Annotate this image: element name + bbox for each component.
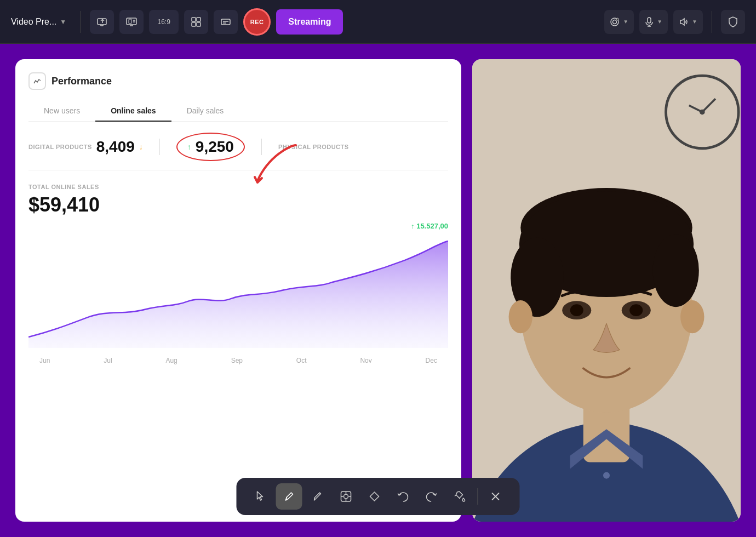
tab-online-sales[interactable]: Online sales <box>95 101 171 122</box>
svg-point-39 <box>344 494 348 499</box>
digital-arrow: ↓ <box>139 142 143 151</box>
undo-button[interactable] <box>390 483 416 510</box>
mic-control[interactable]: ▼ <box>639 10 668 34</box>
svg-point-14 <box>616 18 618 20</box>
highlighted-arrow: ↑ <box>187 142 191 151</box>
screen-share-button[interactable] <box>90 10 114 34</box>
caption-button[interactable] <box>214 10 238 34</box>
metric-divider-2 <box>261 139 262 155</box>
redo-button[interactable] <box>419 483 445 510</box>
title-chevron: ▼ <box>60 18 66 26</box>
monitor-icon <box>126 16 137 27</box>
screen-share-icon <box>96 16 107 27</box>
title-text: Video Pre... <box>11 17 56 27</box>
x-axis-labels: Jun Jul Aug Sep Oct Nov Dec <box>28 357 448 364</box>
shield-button[interactable] <box>721 10 745 34</box>
svg-rect-7 <box>192 22 196 26</box>
bottom-toolbar <box>237 478 520 515</box>
shield-icon <box>727 16 739 28</box>
digital-label: DIGITAL PRODUCTS <box>28 144 92 150</box>
rec-button[interactable]: REC <box>243 8 271 36</box>
chart-fill <box>28 241 448 348</box>
svg-point-36 <box>603 472 610 479</box>
bottom-divider <box>478 488 478 505</box>
pencil-tool-button[interactable] <box>305 483 331 510</box>
chart-icon <box>33 77 42 85</box>
panel-title: Performance <box>51 76 112 87</box>
person-video <box>472 59 741 522</box>
video-panel <box>472 59 741 522</box>
total-value: $59,410 <box>28 193 448 216</box>
divider-1 <box>81 11 81 33</box>
tab-new-users[interactable]: New users <box>28 101 95 122</box>
fill-icon <box>454 490 466 502</box>
tab-daily-sales[interactable]: Daily sales <box>171 101 239 122</box>
aspect-ratio-button[interactable]: 16:9 <box>149 10 179 34</box>
cursor-icon <box>255 490 266 502</box>
dashboard-panel: Performance New users Online sales Daily… <box>15 59 461 522</box>
aspect-ratio-label: 16:9 <box>158 18 170 26</box>
svg-rect-15 <box>648 18 651 23</box>
fill-tool-button[interactable] <box>447 483 473 510</box>
speaker-chevron: ▼ <box>692 19 697 25</box>
panel-header: Performance <box>28 72 448 90</box>
capture-icon <box>340 490 352 502</box>
svg-rect-8 <box>197 22 201 26</box>
svg-point-35 <box>680 300 704 333</box>
panel-icon <box>28 72 46 90</box>
highlighted-value: 9,250 <box>196 138 234 156</box>
camera-control[interactable]: ▼ <box>604 10 634 34</box>
chart-legend: ↑ 15.527,00 <box>411 222 448 230</box>
metric-divider <box>159 139 160 155</box>
svg-point-29 <box>652 235 698 307</box>
svg-point-33 <box>629 304 643 316</box>
digital-products-metric: DIGITAL PRODUCTS 8,409 ↓ <box>28 138 143 156</box>
close-icon <box>490 491 501 502</box>
main-area: Performance New users Online sales Daily… <box>0 44 756 537</box>
svg-point-12 <box>613 20 617 24</box>
divider-2 <box>712 11 712 33</box>
rec-label: REC <box>250 19 264 25</box>
camera-chevron: ▼ <box>623 19 628 25</box>
close-toolbar-button[interactable] <box>483 483 509 510</box>
streaming-button[interactable]: Streaming <box>276 9 343 35</box>
redo-icon <box>426 491 438 502</box>
svg-point-32 <box>570 304 583 316</box>
svg-point-34 <box>509 300 532 333</box>
physical-label: PHYSICAL PRODUCTS <box>278 144 349 150</box>
mic-chevron: ▼ <box>657 19 662 25</box>
top-toolbar: Video Pre... ▼ 16:9 <box>0 0 756 44</box>
speaker-icon <box>679 17 689 27</box>
grid-button[interactable] <box>184 10 208 34</box>
diamond-tool-button[interactable] <box>362 483 388 510</box>
highlighted-metric: ↑ 9,250 <box>176 133 245 161</box>
metrics-row: DIGITAL PRODUCTS 8,409 ↓ ↑ 9,250 PHYSICA… <box>28 133 448 170</box>
total-sales-section: TOTAL ONLINE SALES $59,410 <box>28 184 448 216</box>
line-chart <box>28 238 448 348</box>
tabs-row: New users Online sales Daily sales <box>28 101 448 122</box>
digital-value: 8,409 <box>96 138 135 156</box>
mic-icon <box>645 17 654 27</box>
chart-container: ↑ 15.527,00 Jun Jul <box>28 222 448 364</box>
pen-icon <box>284 490 295 502</box>
monitor-button[interactable] <box>119 10 144 34</box>
pen-tool-button[interactable] <box>276 483 302 510</box>
svg-rect-5 <box>192 18 196 21</box>
svg-rect-2 <box>129 19 131 24</box>
svg-rect-9 <box>221 19 230 25</box>
pencil-icon <box>312 490 323 502</box>
capture-tool-button[interactable] <box>333 483 359 510</box>
title-group[interactable]: Video Pre... ▼ <box>11 17 66 27</box>
streaming-label: Streaming <box>288 17 331 26</box>
camera-icon <box>610 17 620 27</box>
total-label: TOTAL ONLINE SALES <box>28 184 448 190</box>
chart-area <box>28 238 448 348</box>
svg-line-37 <box>319 494 320 495</box>
undo-icon <box>397 491 409 502</box>
svg-rect-6 <box>197 18 201 21</box>
grid-icon <box>191 16 202 27</box>
cursor-tool-button[interactable] <box>248 483 274 510</box>
caption-icon <box>220 16 231 27</box>
speaker-control[interactable]: ▼ <box>673 10 703 34</box>
physical-products-metric: PHYSICAL PRODUCTS <box>278 144 349 150</box>
